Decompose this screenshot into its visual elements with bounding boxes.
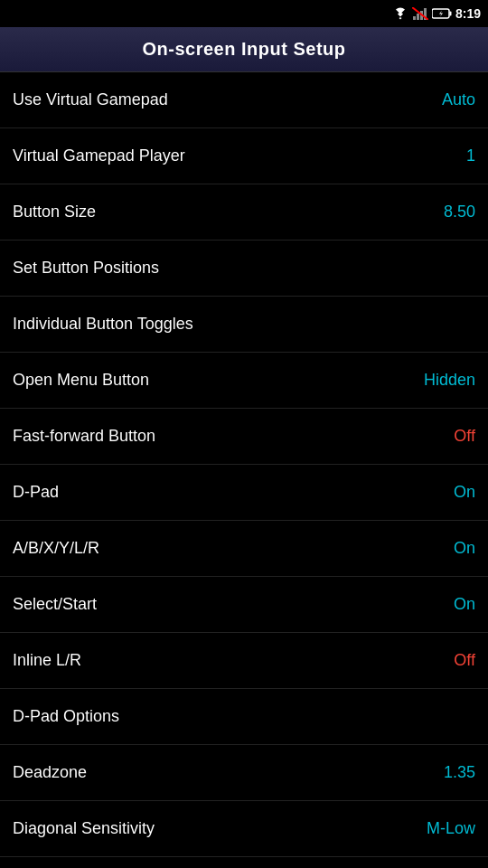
settings-label-set-button-positions: Set Button Positions	[13, 259, 159, 278]
signal-off-icon	[412, 7, 428, 20]
settings-item-inline-lr[interactable]: Inline L/ROff	[0, 633, 488, 689]
settings-label-button-size: Button Size	[13, 203, 96, 222]
settings-label-open-menu-button: Open Menu Button	[13, 371, 149, 390]
settings-value-inline-lr: Off	[454, 651, 475, 670]
svg-rect-6	[449, 12, 451, 16]
settings-item-open-menu-button[interactable]: Open Menu ButtonHidden	[0, 353, 488, 409]
settings-label-individual-button-toggles: Individual Button Toggles	[13, 315, 193, 334]
settings-value-fast-forward-button: Off	[454, 427, 475, 446]
settings-label-virtual-gamepad-player: Virtual Gamepad Player	[13, 146, 185, 165]
wifi-icon	[392, 7, 408, 20]
settings-label-select-start: Select/Start	[13, 595, 97, 614]
svg-rect-1	[417, 14, 419, 20]
settings-item-set-button-positions[interactable]: Set Button Positions	[0, 241, 488, 297]
settings-item-fast-forward-button[interactable]: Fast-forward ButtonOff	[0, 409, 488, 465]
svg-rect-0	[413, 16, 416, 20]
settings-item-deadzone[interactable]: Deadzone1.35	[0, 745, 488, 801]
settings-value-d-pad: On	[454, 483, 475, 502]
settings-label-inline-lr: Inline L/R	[13, 651, 81, 670]
settings-label-diagonal-sensitivity: Diagonal Sensitivity	[13, 819, 155, 838]
svg-marker-7	[439, 11, 443, 17]
page-title: On-screen Input Setup	[143, 39, 346, 60]
settings-item-d-pad[interactable]: D-PadOn	[0, 465, 488, 521]
settings-list: Use Virtual GamepadAutoVirtual Gamepad P…	[0, 72, 488, 857]
status-time: 8:19	[455, 6, 481, 21]
settings-item-d-pad-options[interactable]: D-Pad Options	[0, 689, 488, 745]
settings-label-use-virtual-gamepad: Use Virtual Gamepad	[13, 90, 168, 109]
status-bar: 8:19	[0, 0, 488, 27]
settings-label-deadzone: Deadzone	[13, 763, 87, 782]
settings-item-virtual-gamepad-player[interactable]: Virtual Gamepad Player1	[0, 128, 488, 184]
settings-label-fast-forward-button: Fast-forward Button	[13, 427, 155, 446]
settings-value-use-virtual-gamepad: Auto	[442, 90, 475, 109]
settings-item-select-start[interactable]: Select/StartOn	[0, 577, 488, 633]
settings-item-diagonal-sensitivity[interactable]: Diagonal SensitivityM-Low	[0, 801, 488, 857]
settings-value-virtual-gamepad-player: 1	[466, 146, 475, 165]
settings-item-button-size[interactable]: Button Size8.50	[0, 184, 488, 241]
settings-item-individual-button-toggles[interactable]: Individual Button Toggles	[0, 297, 488, 353]
status-icons: 8:19	[392, 6, 481, 21]
settings-value-abxylr: On	[454, 539, 475, 558]
settings-value-deadzone: 1.35	[444, 763, 475, 782]
battery-icon	[432, 8, 452, 19]
settings-label-abxylr: A/B/X/Y/L/R	[13, 539, 99, 558]
settings-value-select-start: On	[454, 595, 475, 614]
settings-value-button-size: 8.50	[444, 203, 475, 222]
page-header: On-screen Input Setup	[0, 27, 488, 72]
settings-value-open-menu-button: Hidden	[424, 371, 475, 390]
settings-item-use-virtual-gamepad[interactable]: Use Virtual GamepadAuto	[0, 72, 488, 128]
settings-label-d-pad: D-Pad	[13, 483, 59, 502]
settings-label-d-pad-options: D-Pad Options	[13, 707, 119, 726]
settings-item-abxylr[interactable]: A/B/X/Y/L/ROn	[0, 521, 488, 577]
settings-value-diagonal-sensitivity: M-Low	[427, 819, 475, 838]
